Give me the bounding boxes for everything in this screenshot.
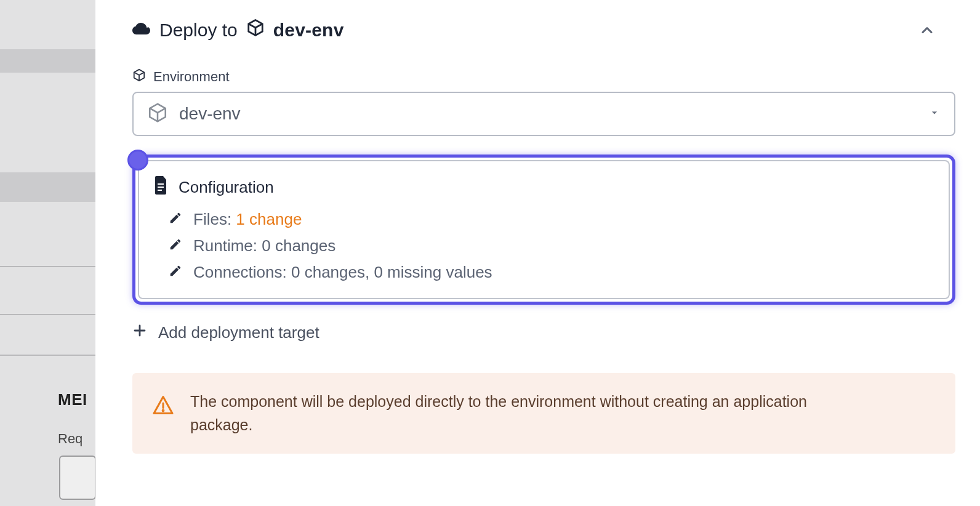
svg-rect-1	[158, 187, 164, 188]
add-deployment-target-button[interactable]: Add deployment target	[132, 323, 319, 342]
chevron-up-icon[interactable]	[918, 22, 936, 39]
svg-rect-0	[158, 183, 164, 185]
deploy-panel: Deploy to dev-env Environment dev-env	[95, 0, 980, 506]
document-icon	[154, 176, 169, 199]
deploy-target-name: dev-env	[273, 20, 344, 41]
highlight-marker	[127, 150, 148, 171]
pencil-icon	[169, 210, 182, 229]
bg-label-req: Req	[58, 431, 82, 447]
cloud-icon	[132, 20, 151, 41]
config-row-runtime[interactable]: Runtime: 0 changes	[169, 236, 934, 255]
config-row-files[interactable]: Files: 1 change	[169, 210, 934, 229]
box-icon	[132, 68, 146, 86]
configuration-section: Configuration Files: 1 change	[132, 155, 955, 305]
environment-label: Environment	[153, 69, 230, 85]
bg-label-mem: MEI	[58, 390, 87, 409]
pencil-icon	[169, 236, 182, 255]
environment-label-row: Environment	[132, 68, 955, 86]
add-target-label: Add deployment target	[158, 323, 319, 342]
svg-rect-2	[158, 190, 162, 191]
config-files-label: Files:	[193, 210, 231, 228]
pencil-icon	[169, 263, 182, 282]
plus-icon	[132, 323, 147, 342]
environment-selected-value: dev-env	[179, 104, 241, 124]
configuration-title: Configuration	[179, 178, 274, 197]
config-files-value: 1 change	[236, 210, 302, 228]
box-icon	[246, 18, 265, 41]
background-sidebar: MEI Req	[0, 0, 95, 506]
svg-point-4	[163, 410, 164, 411]
warning-icon	[152, 394, 174, 419]
config-runtime-text: Runtime: 0 changes	[193, 236, 335, 255]
config-row-connections[interactable]: Connections: 0 changes, 0 missing values	[169, 263, 934, 282]
deploy-prefix: Deploy to	[159, 20, 238, 41]
deploy-header: Deploy to dev-env	[132, 0, 955, 41]
warning-text: The component will be deployed directly …	[190, 390, 849, 436]
config-connections-text: Connections: 0 changes, 0 missing values	[193, 263, 492, 282]
caret-down-icon	[928, 106, 941, 121]
warning-banner: The component will be deployed directly …	[132, 373, 955, 454]
box-icon	[147, 102, 168, 126]
environment-select[interactable]: dev-env	[132, 92, 955, 136]
